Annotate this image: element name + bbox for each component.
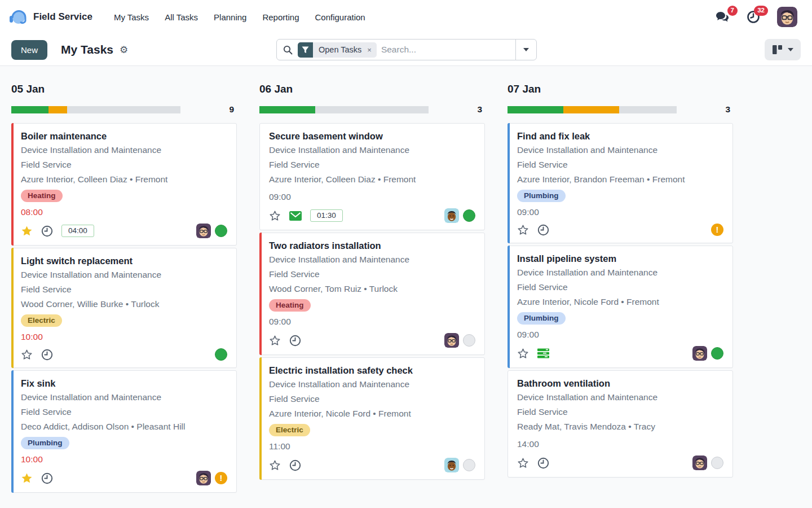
messages-button[interactable]: 7 — [715, 10, 730, 24]
kanban-status-dot[interactable] — [711, 347, 723, 360]
card-tag-row: Plumbing — [517, 312, 723, 325]
assignee-avatar[interactable] — [692, 456, 707, 470]
progress-warning-segment[interactable] — [563, 106, 619, 113]
activities-button[interactable]: 32 — [747, 10, 760, 24]
priority-star-icon[interactable] — [21, 225, 33, 237]
kanban-status-dot[interactable] — [463, 334, 475, 347]
subtasks-icon[interactable] — [537, 348, 549, 358]
assignee-avatar[interactable] — [692, 346, 707, 361]
kanban-status-dot[interactable] — [215, 348, 227, 361]
kanban-status-dot[interactable] — [215, 225, 227, 237]
card-tag-row: Plumbing — [517, 190, 723, 202]
top-nav: Field Service My TasksAll TasksPlanningR… — [0, 0, 812, 34]
column-progressbar[interactable] — [259, 106, 429, 113]
priority-star-icon[interactable] — [517, 224, 529, 235]
card-tag: Heating — [21, 190, 63, 202]
priority-star-icon[interactable] — [21, 472, 33, 484]
priority-star-icon[interactable] — [517, 348, 529, 359]
task-card[interactable]: Electric installation safety check Devic… — [259, 357, 485, 480]
card-tag-row: Heating — [21, 190, 227, 202]
priority-star-icon[interactable] — [269, 459, 281, 471]
card-subproject: Field Service — [517, 157, 723, 172]
card-project: Device Installation and Maintenance — [269, 143, 475, 157]
timer-value[interactable]: 04:00 — [61, 225, 94, 237]
search-input[interactable] — [377, 45, 515, 55]
clock-icon[interactable] — [41, 349, 53, 361]
clock-icon[interactable] — [41, 225, 53, 237]
progress-warning-segment[interactable] — [48, 106, 67, 113]
card-customer: Deco Addict, Addison Olson • Pleasant Hi… — [21, 419, 227, 434]
gear-icon[interactable]: ⚙ — [120, 44, 128, 56]
task-card[interactable]: Install pipeline system Device Installat… — [508, 246, 733, 368]
column-progressbar[interactable] — [508, 106, 677, 113]
card-time: 14:00 — [517, 439, 723, 449]
clock-icon[interactable] — [289, 459, 301, 471]
card-project: Device Installation and Maintenance — [517, 390, 723, 405]
column-date[interactable]: 05 Jan — [11, 83, 237, 95]
task-card[interactable]: Boiler maintenance Device Installation a… — [11, 123, 237, 246]
card-tag: Plumbing — [21, 437, 69, 449]
user-avatar[interactable] — [777, 7, 797, 27]
kanban-status-dot[interactable] — [463, 209, 475, 222]
assignee-avatar[interactable] — [196, 471, 211, 485]
clock-icon[interactable] — [537, 224, 549, 236]
card-project: Device Installation and Maintenance — [21, 143, 227, 157]
priority-star-icon[interactable] — [269, 210, 281, 221]
priority-star-icon[interactable] — [21, 349, 33, 360]
card-title: Electric installation safety check — [269, 365, 475, 376]
nav-item-my-tasks[interactable]: My Tasks — [106, 8, 157, 27]
task-card[interactable]: Fix sink Device Installation and Mainten… — [11, 370, 237, 493]
card-time: 10:00 — [21, 332, 227, 342]
assignee-avatar[interactable] — [444, 333, 459, 348]
task-card[interactable]: Two radiators installation Device Instal… — [259, 233, 485, 355]
priority-star-icon[interactable] — [517, 457, 529, 468]
kanban-status-dot[interactable] — [215, 472, 227, 484]
card-time: 10:00 — [21, 454, 227, 465]
card-color-stripe — [259, 233, 262, 355]
card-footer — [517, 456, 723, 470]
kanban-status-dot[interactable] — [463, 459, 475, 471]
task-card[interactable]: Light switch replacement Device Installa… — [11, 248, 237, 368]
filter-facet: Open Tasks × — [298, 42, 377, 58]
search-dropdown-toggle[interactable] — [515, 40, 536, 60]
view-switcher-button[interactable] — [765, 39, 801, 60]
clock-icon[interactable] — [41, 472, 53, 484]
priority-star-icon[interactable] — [269, 335, 281, 346]
task-card[interactable]: Bathroom ventilation Device Installation… — [508, 370, 733, 478]
column-progress-row: 3 — [508, 104, 733, 115]
assignee-avatar[interactable] — [444, 208, 459, 223]
search-icon — [283, 45, 293, 55]
card-customer: Azure Interior, Nicole Ford • Fremont — [517, 295, 723, 309]
card-project: Device Installation and Maintenance — [517, 265, 723, 280]
nav-item-configuration[interactable]: Configuration — [307, 8, 373, 27]
task-card[interactable]: Secure basement window Device Installati… — [259, 123, 485, 230]
kanban-status-dot[interactable] — [711, 224, 723, 236]
nav-item-reporting[interactable]: Reporting — [254, 8, 307, 27]
nav-item-all-tasks[interactable]: All Tasks — [157, 8, 206, 27]
app-menu[interactable]: Field Service — [8, 7, 92, 27]
timer-value[interactable]: 01:30 — [310, 209, 343, 222]
column-progressbar[interactable] — [11, 106, 180, 113]
task-card[interactable]: Find and fix leak Device Installation an… — [508, 123, 733, 243]
assignee-avatar[interactable] — [196, 224, 211, 238]
filter-facet-remove[interactable]: × — [367, 46, 377, 54]
envelope-icon[interactable] — [289, 211, 302, 221]
card-tag-row: Plumbing — [21, 437, 227, 449]
clock-icon[interactable] — [289, 335, 301, 347]
clock-icon[interactable] — [537, 457, 549, 469]
new-button[interactable]: New — [11, 40, 47, 60]
progress-success-segment[interactable] — [508, 106, 563, 113]
card-customer: Wood Corner, Tom Ruiz • Turlock — [269, 282, 475, 296]
kanban-column: 05 Jan 9 Boiler maintenance Device Insta… — [11, 83, 237, 508]
card-color-stripe — [11, 123, 14, 246]
progress-success-segment[interactable] — [11, 106, 48, 113]
kanban-status-dot[interactable] — [711, 457, 723, 469]
assignee-avatar[interactable] — [444, 458, 459, 472]
nav-item-planning[interactable]: Planning — [206, 8, 254, 27]
column-date[interactable]: 07 Jan — [508, 83, 733, 95]
column-date[interactable]: 06 Jan — [259, 83, 485, 95]
card-color-stripe — [508, 123, 510, 243]
card-color-stripe — [508, 246, 510, 368]
progress-success-segment[interactable] — [259, 106, 315, 113]
messages-badge: 7 — [727, 6, 738, 16]
